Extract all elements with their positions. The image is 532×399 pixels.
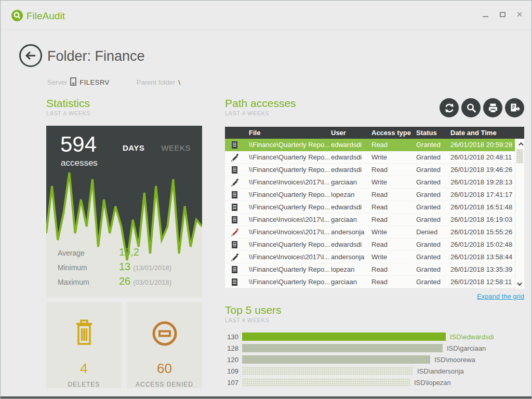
access-row[interactable]: \\Finance\Quarterly Repo...edwardsdiRead… <box>225 139 515 151</box>
access-row[interactable]: \\Finance\Invoices\2017\I...andersonjaWr… <box>225 251 515 263</box>
cell-access-type: Read <box>371 141 416 149</box>
total-accesses-value: 594 <box>60 132 97 157</box>
scroll-up-icon[interactable] <box>515 140 525 148</box>
cell-status: Granted <box>416 178 450 186</box>
cell-access-type: Read <box>371 216 416 223</box>
cell-user: edwardsdi <box>331 166 371 174</box>
bar <box>242 367 413 375</box>
cell-datetime: 26/01/2018 19:28:13 <box>450 178 515 186</box>
grid-header: File User Access type Status Date and Ti… <box>225 127 524 139</box>
trash-icon <box>72 310 96 347</box>
access-row[interactable]: \\Finance\Quarterly Repo...edwardsdiRead… <box>225 238 515 251</box>
cell-access-type: Write <box>371 153 416 161</box>
close-icon[interactable]: ✕ <box>516 11 523 18</box>
grid-scrollbar[interactable] <box>515 139 524 289</box>
scrollbar-thumb[interactable] <box>516 149 523 163</box>
cell-status: Granted <box>416 253 450 261</box>
cell-file: \\Finance\Quarterly Repo... <box>244 141 331 149</box>
breadcrumb: Server FILESRV Parent folder \ <box>47 77 180 87</box>
minimize-icon[interactable] <box>482 11 489 18</box>
print-button[interactable] <box>483 98 502 117</box>
access-row[interactable]: \\Finance\Invoices\2017\I...garciaanRead… <box>225 214 515 226</box>
col-date-time[interactable]: Date and Time <box>450 129 524 137</box>
read-document-icon <box>225 191 244 199</box>
toggle-weeks[interactable]: WEEKS <box>161 143 191 152</box>
cell-datetime: 26/01/2018 20:59:28 <box>450 141 515 149</box>
cell-status: Granted <box>416 191 450 198</box>
cell-status: Denied <box>416 228 450 236</box>
grid-toolbar <box>440 98 524 117</box>
access-row[interactable]: \\Finance\Quarterly Repo...edwardsdiWrit… <box>225 151 515 164</box>
path-accesses-section: Path accesses LAST 4 WEEKS <box>225 97 524 388</box>
cell-file: \\Finance\Invoices\2017\I... <box>244 253 331 261</box>
minimum-value: 13 <box>119 261 130 273</box>
statistics-section: Statistics LAST 4 WEEKS 594 accesses DAY… <box>46 97 202 388</box>
bar-value: 128 <box>225 344 238 352</box>
col-file[interactable]: File <box>244 129 331 137</box>
read-document-icon <box>225 278 244 286</box>
maximum-date: (03/01/2018) <box>133 278 171 286</box>
access-row[interactable]: \\Finance\Quarterly Repo...edwardsdiRead… <box>225 201 515 214</box>
toggle-days[interactable]: DAYS <box>123 143 144 152</box>
cell-datetime: 26/01/2018 17:41:17 <box>450 191 515 198</box>
back-button[interactable] <box>19 44 42 67</box>
statistics-summary: Average 19,2 Minimum 13 (13/01/2018) Max… <box>58 246 194 290</box>
cell-status: Granted <box>416 278 450 286</box>
col-status[interactable]: Status <box>416 129 450 137</box>
maximize-icon[interactable] <box>499 11 506 18</box>
scroll-down-icon[interactable] <box>515 280 525 288</box>
access-row[interactable]: \\Finance\Invoices\2017\I...garciaanWrit… <box>225 176 515 189</box>
cell-datetime: 26/01/2018 15:55:26 <box>450 228 515 236</box>
access-row[interactable]: \\Finance\Quarterly Repo...edwardsdiRead… <box>225 164 515 176</box>
bar-label: ISD\garciaan <box>447 344 486 352</box>
read-document-icon <box>225 265 244 274</box>
access-row[interactable]: \\Finance\Quarterly Repo...lopezanReadGr… <box>225 189 515 201</box>
col-user[interactable]: User <box>331 129 371 137</box>
col-access-type[interactable]: Access type <box>371 129 416 137</box>
cell-access-type: Read <box>371 278 416 286</box>
cell-file: \\Finance\Invoices\2017\I... <box>244 178 331 186</box>
access-row[interactable]: \\Finance\Invoices\2017\I...andersonjaWr… <box>225 226 515 238</box>
path-accesses-grid: File User Access type Status Date and Ti… <box>225 127 524 289</box>
cell-access-type: Write <box>371 253 416 261</box>
cell-user: edwardsdi <box>331 141 371 149</box>
expand-grid-link[interactable]: Expand the grid <box>477 292 524 300</box>
bar-label: ISD\moorewa <box>434 356 475 364</box>
cell-status: Granted <box>416 166 450 174</box>
export-button[interactable] <box>505 98 524 117</box>
cell-access-type: Write <box>371 178 416 186</box>
cell-user: garciaan <box>331 278 371 286</box>
write-pencil-icon <box>225 178 244 187</box>
read-document-icon <box>225 241 244 249</box>
cell-datetime: 26/01/2018 16:19:03 <box>450 216 515 223</box>
print-icon <box>487 102 499 114</box>
maximum-label: Maximum <box>58 278 119 286</box>
cell-datetime: 26/01/2018 15:02:48 <box>450 241 515 248</box>
minimum-label: Minimum <box>58 263 119 272</box>
cell-access-type: Write <box>371 228 416 236</box>
export-icon <box>509 102 521 114</box>
cell-user: garciaan <box>331 216 371 223</box>
cell-datetime: 26/01/2018 16:51:48 <box>450 203 515 211</box>
access-row[interactable]: \\Finance\Quarterly Repo...lopezanReadGr… <box>225 263 515 276</box>
cell-datetime: 26/01/2018 13:58:44 <box>450 253 515 261</box>
cell-access-type: Read <box>371 265 416 273</box>
search-button[interactable] <box>461 98 481 117</box>
access-row[interactable]: \\Finance\Quarterly Repo...garciaanReadG… <box>225 276 515 288</box>
average-row: Average 19,2 <box>58 246 194 261</box>
parent-folder-label: Parent folder <box>137 78 175 86</box>
path-accesses-heading: Path accesses LAST 4 WEEKS <box>225 97 296 116</box>
cell-user: edwardsdi <box>331 203 371 211</box>
denied-icon <box>151 310 178 347</box>
bar <box>242 355 430 364</box>
cell-status: Granted <box>416 153 450 161</box>
maximum-row: Maximum 26 (03/01/2018) <box>58 275 194 290</box>
cell-user: andersonja <box>331 228 371 236</box>
cell-user: edwardsdi <box>331 153 371 161</box>
bar-label: ISD\edwardsdi <box>450 333 494 341</box>
cell-user: lopezan <box>331 265 371 273</box>
bar-label: ISD\andersonja <box>417 367 464 375</box>
top-user-bar-row: 109ISD\andersonja <box>225 365 524 377</box>
access-denied-label: ACCESS DENIED <box>136 381 193 388</box>
refresh-button[interactable] <box>440 98 459 117</box>
